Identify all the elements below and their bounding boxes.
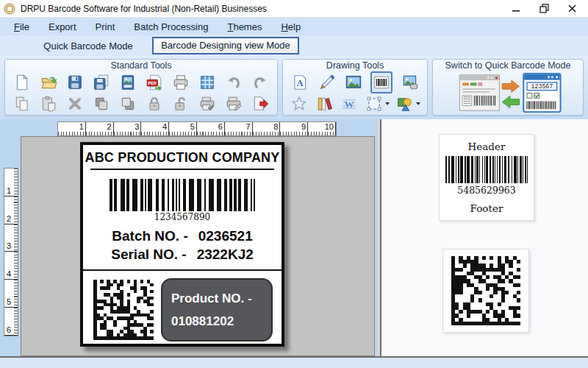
- barcode-tool-button[interactable]: [370, 71, 392, 93]
- copy-icon: [13, 95, 31, 113]
- menu-help[interactable]: Help: [271, 19, 310, 35]
- restore-button[interactable]: [538, 3, 550, 15]
- close-icon: [567, 4, 577, 13]
- picture-tool-icon: [345, 74, 362, 91]
- show-grid-icon: [198, 74, 216, 91]
- switch-mode-graphic-icon: 123567: [445, 71, 570, 114]
- minimize-button[interactable]: [510, 3, 522, 15]
- serial-number-text[interactable]: Serial NO. -2322KJ2: [83, 247, 282, 263]
- export-image-button[interactable]: [118, 73, 137, 92]
- tab-quick-barcode-mode[interactable]: Quick Barcode Mode: [40, 40, 136, 52]
- open-file-button[interactable]: [39, 73, 58, 92]
- lock-button[interactable]: [145, 94, 164, 113]
- unlock-icon: [172, 95, 190, 113]
- print-button[interactable]: [171, 73, 190, 92]
- paste-icon: [40, 95, 57, 113]
- new-document-button[interactable]: [12, 73, 32, 92]
- datamatrix-preview-card: [442, 249, 529, 333]
- menu-print[interactable]: Print: [86, 19, 125, 35]
- pencil-tool-button[interactable]: [318, 73, 337, 92]
- close-button[interactable]: [566, 3, 578, 15]
- redo-button[interactable]: [251, 73, 270, 92]
- frame-tool-icon: [365, 95, 383, 113]
- preview-footer-text: Footer: [440, 202, 534, 214]
- text-tool-icon: A: [291, 74, 309, 91]
- shapes-tool-dropdown-icon[interactable]: [416, 102, 420, 105]
- undo-button[interactable]: [224, 73, 243, 92]
- bring-to-front-icon: [93, 95, 110, 113]
- save-as-icon: [93, 74, 110, 91]
- menu-themes[interactable]: Themes: [218, 19, 271, 35]
- save-as-button[interactable]: [92, 73, 111, 92]
- export-pdf-icon: PDF: [146, 74, 163, 91]
- horizontal-ruler: 12345678910: [57, 121, 337, 136]
- preview-datamatrix-barcode: [451, 256, 520, 325]
- app-icon: [4, 3, 15, 15]
- batch-number-text[interactable]: Batch NO. -0236521: [83, 228, 282, 244]
- print-preview-button[interactable]: [198, 94, 217, 113]
- svg-text:A: A: [297, 77, 304, 88]
- watermark-tool-button[interactable]: W: [340, 94, 359, 113]
- delete-button[interactable]: [65, 94, 85, 113]
- page-setup-button[interactable]: [224, 94, 243, 113]
- restore-icon: [539, 4, 549, 13]
- picture-tool-button[interactable]: [344, 73, 363, 92]
- undo-icon: [225, 74, 243, 91]
- label-design-object[interactable]: ABC PRODUCTION COMPANY 1234567890 Batch …: [80, 142, 284, 347]
- lock-icon: [146, 95, 163, 113]
- export-pdf-button[interactable]: PDF: [145, 73, 164, 92]
- page-setup-icon: [225, 95, 243, 113]
- copy-button[interactable]: [12, 94, 32, 113]
- frame-tool-dropdown-icon[interactable]: [385, 102, 390, 105]
- status-bar: [0, 356, 588, 368]
- work-area: 12345678910 123456 ABC PRODUCTION COMPAN…: [0, 119, 588, 356]
- save-button[interactable]: [65, 73, 85, 92]
- send-to-back-button[interactable]: [118, 94, 137, 113]
- send-to-back-icon: [119, 95, 137, 113]
- linear-barcode-object[interactable]: [110, 179, 255, 211]
- menu-file[interactable]: File: [4, 19, 39, 35]
- shapes-tool-icon: [396, 95, 414, 113]
- export-image-icon: [119, 74, 137, 91]
- title-bar: DRPU Barcode Software for Industrial (No…: [0, 0, 588, 18]
- text-tool-button[interactable]: A: [290, 73, 309, 92]
- menu-bar: FileExportPrintBatch ProcessingThemesHel…: [0, 18, 588, 35]
- library-tool-button[interactable]: [315, 94, 334, 113]
- svg-text:W: W: [344, 99, 354, 110]
- group-label: Switch to Quick Barcode Mode: [433, 60, 583, 71]
- delete-icon: [66, 95, 84, 113]
- toolbar: Standard Tools PDF Drawing Too: [0, 56, 588, 119]
- open-file-icon: [40, 74, 57, 91]
- menu-export[interactable]: Export: [39, 19, 86, 35]
- star-shape-tool-button[interactable]: [290, 94, 309, 113]
- preview-linear-barcode: [445, 156, 528, 183]
- group-switch-mode: Switch to Quick Barcode Mode 123567: [432, 59, 584, 116]
- print-icon: [172, 74, 190, 91]
- design-canvas[interactable]: ABC PRODUCTION COMPANY 1234567890 Batch …: [21, 136, 375, 356]
- redo-icon: [251, 74, 269, 91]
- preview-panel: Header 5485629963 Footer: [380, 119, 588, 356]
- menu-batch-processing[interactable]: Batch Processing: [124, 19, 218, 35]
- barcode-preview-card: Header 5485629963 Footer: [439, 134, 534, 221]
- star-shape-tool-icon: [290, 95, 308, 113]
- watermark-tool-icon: W: [340, 95, 358, 113]
- product-number-box[interactable]: Product NO. - 010881202: [161, 278, 273, 342]
- shapes-tool-button[interactable]: [395, 94, 415, 113]
- frame-tool-button[interactable]: [365, 94, 384, 113]
- unlock-button[interactable]: [171, 94, 190, 113]
- preview-header-text: Header: [440, 141, 534, 152]
- tab-barcode-designing-view-mode[interactable]: Barcode Designing view Mode: [152, 37, 299, 54]
- switch-mode-button[interactable]: 123567: [433, 71, 583, 114]
- window-title: DRPU Barcode Software for Industrial (No…: [21, 4, 267, 14]
- exit-button[interactable]: [251, 94, 270, 113]
- svg-text:123567: 123567: [531, 83, 553, 90]
- image-shape-tool-button[interactable]: [401, 73, 420, 92]
- paste-button[interactable]: [39, 94, 58, 113]
- vertical-ruler: 123456: [4, 168, 18, 336]
- minimize-icon: [512, 4, 520, 13]
- library-tool-icon: [315, 95, 333, 113]
- company-name-text[interactable]: ABC PRODUCTION COMPANY: [83, 150, 282, 166]
- bring-to-front-button[interactable]: [92, 94, 111, 113]
- datamatrix-barcode-object[interactable]: [93, 280, 154, 340]
- show-grid-button[interactable]: [198, 73, 217, 92]
